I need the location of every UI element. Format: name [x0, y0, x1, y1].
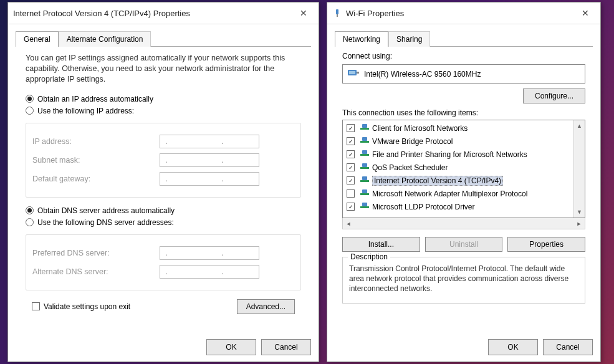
svg-rect-4 — [349, 71, 355, 74]
svg-rect-12 — [362, 163, 367, 167]
ok-button[interactable]: OK — [488, 339, 538, 355]
tab-sharing[interactable]: Sharing — [388, 31, 430, 47]
checkbox-icon[interactable] — [347, 189, 355, 198]
radio-obtain-dns-auto[interactable]: Obtain DNS server address automatically — [26, 206, 301, 215]
svg-rect-14 — [362, 176, 367, 180]
checkbox-icon[interactable] — [347, 176, 355, 184]
checkbox-icon[interactable] — [347, 203, 355, 211]
svg-rect-15 — [360, 193, 369, 195]
scroll-up-icon[interactable]: ▲ — [574, 120, 585, 132]
items-label: This connection uses the following items… — [342, 108, 585, 117]
radio-icon — [26, 107, 34, 115]
svg-rect-0 — [336, 9, 338, 14]
checkbox-validate-settings[interactable]: Validate settings upon exit — [32, 302, 130, 311]
tab-networking[interactable]: Networking — [335, 31, 388, 47]
description-legend: Description — [348, 252, 390, 261]
input-preferred-dns[interactable] — [160, 246, 259, 260]
close-icon[interactable]: ✕ — [575, 4, 595, 22]
checkbox-icon — [32, 302, 40, 310]
connect-using-label: Connect using: — [342, 52, 585, 60]
label-default-gateway: Default gateway: — [29, 175, 160, 183]
protocol-label: Microsoft Network Adapter Multiplexor Pr… — [372, 189, 527, 198]
svg-rect-8 — [362, 137, 367, 141]
wifi-icon — [332, 8, 342, 18]
install-button[interactable]: Install... — [342, 237, 420, 252]
svg-rect-18 — [362, 203, 367, 206]
dns-fields-group: Preferred DNS server: Alternate DNS serv… — [26, 234, 301, 290]
ipv4-properties-dialog: Internet Protocol Version 4 (TCP/IPv4) P… — [7, 2, 319, 362]
protocol-icon — [360, 123, 370, 133]
protocol-icon — [360, 162, 370, 173]
input-alternate-dns[interactable] — [160, 265, 259, 279]
svg-rect-6 — [362, 124, 367, 128]
tab-general[interactable]: General — [16, 31, 59, 47]
protocol-item[interactable]: VMware Bridge Protocol — [343, 135, 573, 148]
ip-fields-group: IP address: Subnet mask: Default gateway… — [26, 123, 301, 198]
protocol-label: Client for Microsoft Networks — [372, 124, 468, 133]
protocol-icon — [360, 188, 370, 199]
radio-use-dns[interactable]: Use the following DNS server addresses: — [26, 218, 301, 227]
adapter-name: Intel(R) Wireless-AC 9560 160MHz — [364, 70, 481, 79]
description-text: Transmission Control Protocol/Internet P… — [349, 264, 578, 294]
description-group: Description Transmission Control Protoco… — [342, 257, 585, 304]
tab-strip: General Alternate Configuration — [16, 31, 311, 47]
dialog-title: Wi-Fi Properties — [346, 9, 575, 18]
protocol-label: File and Printer Sharing for Microsoft N… — [372, 150, 527, 159]
ok-button[interactable]: OK — [206, 339, 256, 355]
configure-button[interactable]: Configure... — [523, 89, 585, 103]
scroll-left-icon[interactable]: ◄ — [343, 218, 354, 229]
checkbox-icon[interactable] — [347, 150, 355, 158]
svg-rect-10 — [362, 150, 367, 154]
horizontal-scrollbar[interactable]: ◄ ► — [342, 218, 585, 229]
protocol-item[interactable]: Client for Microsoft Networks — [343, 122, 573, 135]
label-preferred-dns: Preferred DNS server: — [29, 249, 160, 257]
label-ip-address: IP address: — [29, 137, 160, 146]
protocol-icon — [360, 175, 370, 186]
checkbox-icon[interactable] — [347, 137, 355, 145]
svg-rect-7 — [360, 141, 369, 143]
protocol-label: QoS Packet Scheduler — [372, 163, 448, 172]
svg-rect-16 — [362, 189, 367, 193]
tab-alternate-configuration[interactable]: Alternate Configuration — [59, 31, 151, 47]
description-text: You can get IP settings assigned automat… — [26, 53, 301, 85]
checkbox-icon[interactable] — [347, 163, 355, 171]
cancel-button[interactable]: Cancel — [543, 339, 593, 355]
svg-rect-5 — [360, 128, 369, 130]
dialog-title: Internet Protocol Version 4 (TCP/IPv4) P… — [13, 9, 294, 18]
protocol-label: Internet Protocol Version 4 (TCP/IPv4) — [372, 176, 503, 186]
protocol-label: VMware Bridge Protocol — [372, 137, 453, 146]
input-ip-address[interactable] — [160, 135, 259, 148]
properties-button[interactable]: Properties — [507, 237, 585, 252]
protocol-icon — [360, 149, 370, 160]
close-icon[interactable]: ✕ — [294, 4, 314, 22]
items-listbox: Client for Microsoft NetworksVMware Brid… — [342, 120, 585, 218]
input-subnet-mask[interactable] — [160, 153, 259, 167]
protocol-item[interactable]: Microsoft Network Adapter Multiplexor Pr… — [343, 187, 573, 200]
uninstall-button: Uninstall — [425, 237, 503, 252]
advanced-button[interactable]: Advanced... — [237, 299, 295, 314]
wifi-properties-dialog: Wi-Fi Properties ✕ Networking Sharing Co… — [327, 2, 601, 362]
radio-obtain-ip-auto[interactable]: Obtain an IP address automatically — [26, 95, 301, 103]
adapter-icon — [348, 69, 359, 79]
radio-use-ip[interactable]: Use the following IP address: — [26, 107, 301, 115]
input-default-gateway[interactable] — [160, 172, 259, 186]
titlebar: Internet Protocol Version 4 (TCP/IPv4) P… — [8, 2, 319, 24]
svg-rect-13 — [360, 180, 369, 182]
cancel-button[interactable]: Cancel — [261, 339, 311, 355]
vertical-scrollbar[interactable]: ▲ ▼ — [573, 120, 585, 218]
protocol-item[interactable]: QoS Packet Scheduler — [343, 161, 573, 174]
protocol-icon — [360, 201, 370, 212]
protocol-label: Microsoft LLDP Protocol Driver — [372, 203, 475, 211]
protocol-item[interactable]: File and Printer Sharing for Microsoft N… — [343, 148, 573, 161]
radio-icon — [26, 95, 34, 103]
protocol-icon — [360, 136, 370, 146]
svg-rect-11 — [360, 167, 369, 169]
scroll-right-icon[interactable]: ► — [573, 218, 585, 229]
protocol-item[interactable]: Microsoft LLDP Protocol Driver — [343, 200, 573, 213]
checkbox-icon[interactable] — [347, 124, 355, 132]
protocol-item[interactable]: Internet Protocol Version 4 (TCP/IPv4) — [343, 174, 573, 187]
radio-icon — [26, 206, 34, 214]
radio-icon — [26, 218, 34, 226]
scroll-down-icon[interactable]: ▼ — [574, 206, 585, 218]
svg-rect-9 — [360, 154, 369, 156]
